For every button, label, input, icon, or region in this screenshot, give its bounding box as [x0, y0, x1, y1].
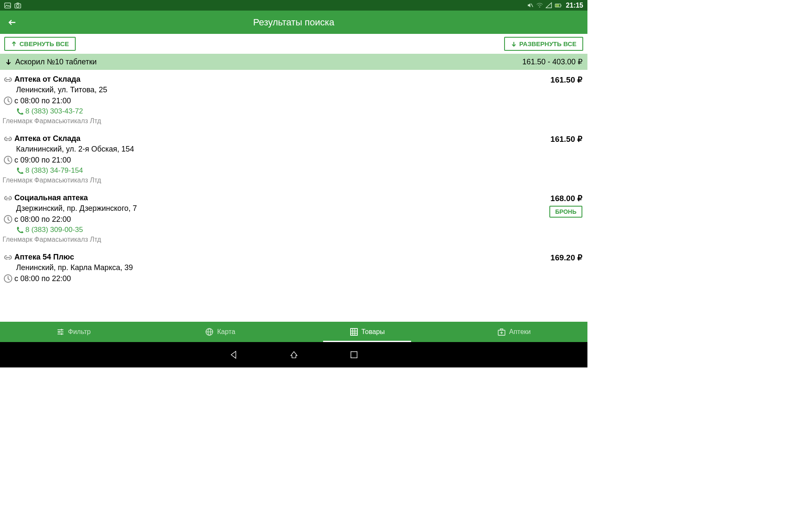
product-name: Аскорил №10 таблетки [15, 58, 97, 66]
collapse-label: СВЕРНУТЬ ВСЕ [19, 40, 69, 47]
result-item[interactable]: Аптека 54 Плюс Ленинский, пр. Карла Марк… [0, 248, 587, 289]
tab-goods[interactable]: Товары [294, 322, 441, 342]
pharmacy-address: Дзержинский, пр. Дзержинского, 7 [16, 204, 137, 213]
pharmacy-name: Аптека 54 Плюс [14, 253, 74, 262]
camera-icon [14, 2, 21, 9]
status-bar: 21:15 [0, 0, 587, 11]
link-icon [3, 254, 14, 260]
expand-all-button[interactable]: РАЗВЕРНУТЬ ВСЕ [504, 37, 583, 51]
manufacturer: Гленмарк Фармасьютикалз Лтд [3, 177, 551, 184]
svg-rect-13 [61, 329, 62, 331]
bottom-tabs: Фильтр Карта Товары Аптеки [0, 322, 587, 342]
image-icon [4, 2, 11, 9]
link-icon [3, 77, 14, 83]
results-list[interactable]: Аптека от Склада Ленинский, ул. Титова, … [0, 70, 587, 322]
pharmacy-hours: с 08:00 по 21:00 [14, 97, 71, 105]
pharmacy-name: Аптека от Склада [14, 134, 80, 143]
result-item[interactable]: Социальная аптека Дзержинский, пр. Дзерж… [0, 188, 587, 248]
pharmacy-name: Социальная аптека [14, 193, 88, 202]
svg-rect-29 [351, 352, 357, 358]
pharmacy-hours: с 09:00 по 21:00 [14, 156, 71, 165]
pharmacy-phone: 8 (383) 303-43-72 [25, 107, 83, 116]
collapse-all-button[interactable]: СВЕРНУТЬ ВСЕ [4, 37, 76, 51]
price: 161.50 ₽ [551, 135, 582, 144]
tab-filter-label: Фильтр [68, 328, 91, 336]
wifi-icon [536, 2, 543, 9]
tab-pharmacies-label: Аптеки [509, 328, 531, 336]
svg-rect-7 [556, 4, 560, 7]
pharmacy-hours: с 08:00 по 22:00 [14, 274, 71, 283]
result-item[interactable]: Аптека от Склада Ленинский, ул. Титова, … [0, 70, 587, 129]
tab-goods-label: Товары [362, 328, 385, 336]
tab-filter[interactable]: Фильтр [0, 322, 147, 342]
pharmacy-phone: 8 (383) 34-79-154 [25, 166, 83, 175]
result-item[interactable]: Аптека от Склада Калининский, ул. 2-я Об… [0, 129, 587, 188]
controls-row: СВЕРНУТЬ ВСЕ РАЗВЕРНУТЬ ВСЕ [0, 34, 587, 54]
phone-row[interactable]: 8 (383) 303-43-72 [3, 107, 551, 116]
filter-icon [56, 328, 65, 336]
phone-icon [16, 167, 25, 174]
clock-icon [3, 215, 14, 224]
link-icon [3, 195, 14, 201]
clock-icon [3, 274, 14, 283]
svg-point-2 [16, 5, 19, 7]
nav-back-button[interactable] [229, 350, 239, 359]
arrow-down-icon [511, 41, 517, 47]
collapse-icon [5, 58, 12, 65]
phone-icon [16, 108, 25, 115]
svg-rect-21 [351, 329, 357, 335]
svg-point-4 [539, 6, 540, 8]
product-group-header[interactable]: Аскорил №10 таблетки 161.50 - 403.00 ₽ [0, 54, 587, 70]
page-title: Результаты поиска [253, 17, 335, 28]
pharmacy-address: Ленинский, ул. Титова, 25 [16, 86, 107, 94]
phone-icon [16, 226, 25, 234]
svg-line-3 [531, 4, 533, 7]
android-nav-bar [0, 342, 587, 367]
pharmacy-hours: с 08:00 по 22:00 [14, 215, 71, 224]
pharmacy-name: Аптека от Склада [14, 75, 80, 84]
grid-icon [350, 328, 358, 336]
svg-rect-6 [561, 5, 561, 6]
tab-map[interactable]: Карта [147, 322, 294, 342]
svg-rect-15 [58, 331, 60, 333]
link-icon [3, 136, 14, 142]
tab-pharmacies[interactable]: Аптеки [441, 322, 587, 342]
pharmacy-phone: 8 (383) 309-00-35 [25, 226, 83, 234]
pharmacy-address: Ленинский, пр. Карла Маркса, 39 [16, 263, 133, 272]
app-bar: Результаты поиска [0, 11, 587, 34]
nav-home-button[interactable] [289, 350, 299, 359]
price: 168.00 ₽ [551, 194, 582, 203]
price: 169.20 ₽ [551, 253, 582, 262]
back-button[interactable] [0, 18, 25, 27]
clock-icon [3, 155, 14, 165]
status-time: 21:15 [566, 2, 583, 9]
signal-icon [546, 2, 552, 9]
product-price-range: 161.50 - 403.00 ₽ [522, 57, 582, 66]
tab-map-label: Карта [217, 328, 235, 336]
globe-icon [205, 328, 214, 336]
pharmacy-address: Калининский, ул. 2-я Обская, 154 [16, 145, 134, 154]
medkit-icon [497, 328, 506, 336]
phone-row[interactable]: 8 (383) 34-79-154 [3, 166, 551, 175]
expand-label: РАЗВЕРНУТЬ ВСЕ [519, 40, 576, 47]
battery-icon [555, 2, 562, 9]
volume-mute-icon [527, 2, 534, 9]
clock-icon [3, 96, 14, 105]
reserve-button[interactable]: БРОНЬ [549, 206, 582, 218]
price: 161.50 ₽ [551, 75, 582, 84]
svg-rect-17 [61, 333, 62, 335]
arrow-up-icon [11, 41, 17, 47]
manufacturer: Гленмарк Фармасьютикалз Лтд [3, 236, 549, 243]
phone-row[interactable]: 8 (383) 309-00-35 [3, 226, 549, 234]
manufacturer: Гленмарк Фармасьютикалз Лтд [3, 117, 551, 125]
nav-recent-button[interactable] [349, 350, 359, 359]
